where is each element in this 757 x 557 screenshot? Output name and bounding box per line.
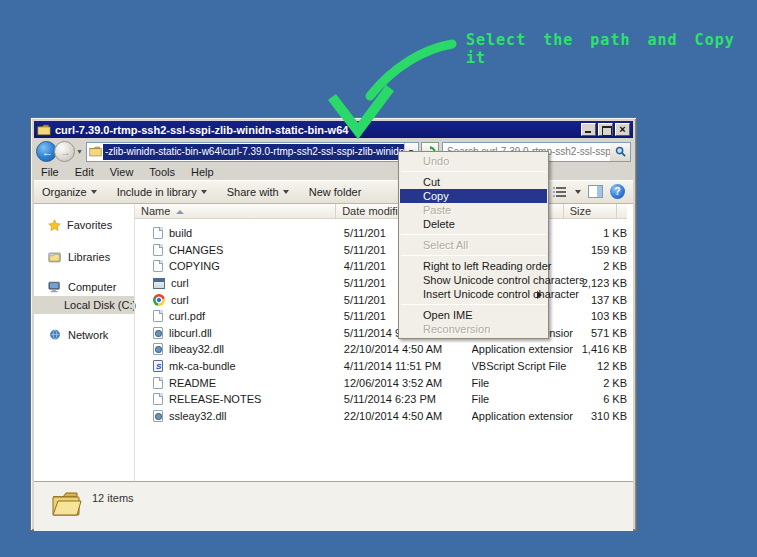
file-size: 12 KB: [573, 360, 627, 372]
menu-item-insert-unicode[interactable]: Insert Unicode control character: [399, 287, 548, 301]
file-type: VBScript Script File: [472, 360, 574, 372]
menu-item-reconversion[interactable]: Reconversion: [399, 322, 548, 336]
maximize-button[interactable]: [598, 123, 613, 136]
menu-file[interactable]: File: [41, 166, 59, 178]
chevron-down-icon[interactable]: [575, 190, 581, 194]
history-dropdown-icon[interactable]: ▼: [76, 148, 83, 155]
file-date: 5/11/2014 6:23 PM: [342, 393, 472, 405]
menu-item-show-unicode[interactable]: Show Unicode control characters: [399, 273, 548, 287]
file-row-curl-pdf[interactable]: curl.pdf 5/11/201 103 KB: [135, 308, 627, 325]
menu-item-paste[interactable]: Paste: [399, 203, 548, 217]
help-icon[interactable]: ?: [610, 184, 625, 199]
file-size: 1,416 KB: [573, 343, 627, 355]
file-row-changes[interactable]: CHANGES 5/11/201 159 KB: [135, 242, 627, 259]
file-icon: [153, 244, 163, 256]
search-button[interactable]: [610, 143, 630, 161]
file-row-libeay32-dll[interactable]: libeay32.dll 22/10/2014 4:50 AM Applicat…: [135, 341, 627, 358]
menu-item-select-all[interactable]: Select All: [399, 238, 548, 252]
back-arrow-icon: ←: [42, 147, 53, 158]
submenu-arrow-icon: [537, 291, 542, 299]
chrome-icon: [153, 294, 165, 306]
file-name: build: [169, 227, 192, 239]
file-name: curl: [171, 294, 189, 306]
column-headers: Name Date modified Type Size: [135, 204, 627, 219]
annotation-text: Select the path and Copy it: [466, 31, 757, 67]
close-button[interactable]: [615, 123, 630, 136]
address-bar[interactable]: -zlib-winidn-static-bin-w64\curl-7.39.0-…: [86, 142, 419, 162]
menu-separator: [401, 171, 546, 172]
menu-item-copy[interactable]: Copy: [400, 189, 547, 203]
file-date: 22/10/2014 4:50 AM: [342, 410, 472, 422]
change-view-icon[interactable]: [553, 185, 568, 198]
file-row-ssleay32-dll[interactable]: ssleay32.dll 22/10/2014 4:50 AM Applicat…: [135, 408, 627, 425]
file-row-release-notes[interactable]: RELEASE-NOTES 5/11/2014 6:23 PM File 6 K…: [135, 391, 627, 408]
forward-arrow-icon: →: [60, 147, 71, 158]
menu-item-cut[interactable]: Cut: [399, 175, 548, 189]
file-size: 571 KB: [573, 327, 627, 339]
file-icon: [153, 393, 163, 405]
file-size: 1 KB: [573, 227, 627, 239]
menu-item-open-ime[interactable]: Open IME: [399, 308, 548, 322]
libraries-icon: [48, 251, 62, 263]
star-icon: [48, 219, 61, 232]
navigation-pane: Favorites Libraries Computer: [34, 204, 134, 481]
file-size: 6 KB: [573, 393, 627, 405]
column-header-size[interactable]: Size: [564, 204, 617, 218]
file-type: File: [472, 393, 574, 405]
file-icon: [153, 377, 163, 389]
folder-icon: [37, 124, 51, 136]
sidebar-item-libraries[interactable]: Libraries: [34, 248, 134, 266]
forward-button[interactable]: →: [54, 141, 75, 162]
dll-gear-icon: [153, 410, 163, 422]
file-name: README: [169, 377, 216, 389]
file-icon: [153, 310, 163, 322]
share-with-button[interactable]: Share with: [227, 186, 289, 198]
chevron-down-icon: [91, 190, 97, 194]
computer-icon: [48, 281, 62, 293]
organize-button[interactable]: Organize: [42, 186, 97, 198]
sidebar-item-network[interactable]: Network: [34, 326, 134, 344]
application-icon: [153, 278, 165, 289]
file-name: libeay32.dll: [169, 343, 224, 355]
menu-item-delete[interactable]: Delete: [399, 217, 548, 231]
menu-help[interactable]: Help: [191, 166, 214, 178]
file-date: 12/06/2014 3:52 AM: [342, 377, 472, 389]
file-name: COPYING: [169, 260, 220, 272]
file-icon: [153, 260, 163, 272]
include-in-library-button[interactable]: Include in library: [117, 186, 207, 198]
file-row-build[interactable]: build 5/11/201 1 KB: [135, 225, 627, 242]
menu-edit[interactable]: Edit: [75, 166, 94, 178]
file-row-libcurl-dll[interactable]: libcurl.dll 5/11/2014 9:05 PM Applicatio…: [135, 325, 627, 342]
menu-view[interactable]: View: [110, 166, 134, 178]
new-folder-button[interactable]: New folder: [309, 186, 362, 198]
sidebar-item-favorites[interactable]: Favorites: [34, 216, 134, 234]
file-type: File: [472, 377, 574, 389]
file-size: 137 KB: [573, 294, 627, 306]
title-bar[interactable]: curl-7.39.0-rtmp-ssh2-ssl-sspi-zlib-wini…: [34, 121, 633, 138]
sidebar-item-computer[interactable]: Computer: [34, 278, 134, 296]
preview-pane-icon[interactable]: [588, 185, 603, 198]
menu-item-rtl-reading-order[interactable]: Right to left Reading order: [399, 259, 548, 273]
sort-ascending-icon: [176, 210, 184, 214]
menu-tools[interactable]: Tools: [149, 166, 175, 178]
sidebar-item-local-disk[interactable]: Local Disk (C:): [34, 296, 134, 314]
network-icon: [48, 329, 62, 341]
file-name: curl: [171, 277, 189, 289]
folder-icon: [89, 146, 102, 157]
file-size: 103 KB: [573, 310, 627, 322]
menu-separator: [401, 234, 546, 235]
menu-item-undo[interactable]: Undo: [399, 154, 548, 168]
column-header-name[interactable]: Name: [135, 204, 336, 218]
file-row-readme[interactable]: README 12/06/2014 3:52 AM File 2 KB: [135, 374, 627, 391]
file-name: ssleay32.dll: [169, 410, 226, 422]
file-rows: build 5/11/201 1 KB CHANGES 5/11/201 159…: [135, 219, 627, 424]
details-pane: 12 items: [34, 481, 633, 531]
dll-gear-icon: [153, 343, 163, 355]
file-row-mk-ca-bundle[interactable]: mk-ca-bundle 4/11/2014 11:51 PM VBScript…: [135, 358, 627, 375]
dll-gear-icon: [153, 327, 163, 339]
address-selected-text[interactable]: -zlib-winidn-static-bin-w64\curl-7.39.0-…: [103, 144, 404, 160]
file-icon: [153, 227, 163, 239]
chevron-down-icon: [201, 190, 207, 194]
chevron-down-icon: [283, 190, 289, 194]
minimize-button[interactable]: [581, 123, 596, 136]
